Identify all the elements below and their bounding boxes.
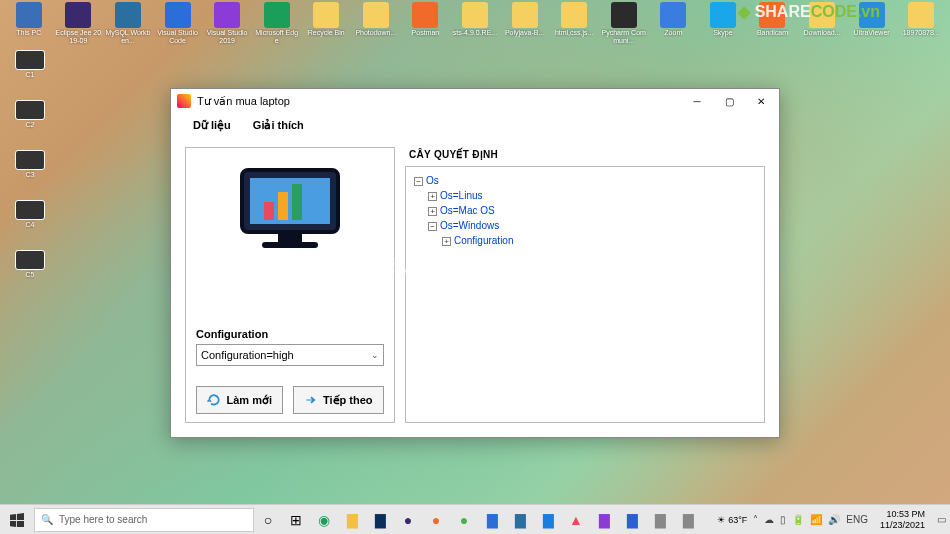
cortana-icon[interactable]: ○ [254, 505, 282, 534]
edge-icon[interactable]: ◉ [310, 505, 338, 534]
collapse-icon[interactable]: − [414, 177, 423, 186]
app-icon[interactable]: ▇ [646, 505, 674, 534]
tree-header: CÂY QUYẾT ĐỊNH [409, 149, 765, 160]
config-label: Configuration [196, 328, 268, 340]
desktop-icon[interactable]: This PC [6, 2, 52, 48]
rocket-icon[interactable]: ▲ [562, 505, 590, 534]
explorer-icon[interactable]: ▇ [338, 505, 366, 534]
battery-icon[interactable]: 🔋 [792, 514, 804, 525]
desktop-icon[interactable]: C5 [6, 250, 54, 296]
weather-widget[interactable]: ☀ 63°F [717, 515, 747, 525]
menu-explain[interactable]: Giải thích [253, 119, 304, 132]
monitor-illustration-icon [230, 166, 350, 261]
windows-icon [10, 513, 24, 527]
vscode-icon[interactable]: ▇ [478, 505, 506, 534]
desktop-icon[interactable]: Pycharm Communi... [601, 2, 647, 48]
tree-node[interactable]: +Os=Linus [428, 188, 756, 203]
wifi-icon[interactable]: 📶 [810, 514, 822, 525]
window-title: Tư vấn mua laptop [197, 95, 681, 108]
desktop-icon[interactable]: Recycle Bin [303, 2, 349, 48]
menubar: Dữ liệu Giải thích [171, 113, 779, 139]
taskbar: 🔍 Type here to search ○ ⊞ ◉ ▇ ▇ ● ● ● ▇ … [0, 504, 950, 534]
postman-icon[interactable]: ● [422, 505, 450, 534]
svg-rect-6 [262, 242, 318, 248]
decision-tree[interactable]: −Os +Os=Linus +Os=Mac OS −Os=Windows +Co… [405, 166, 765, 423]
svg-rect-4 [292, 184, 302, 220]
tray-chevron-icon[interactable]: ˄ [753, 514, 758, 525]
system-tray: ☀ 63°F ˄ ☁ ▯ 🔋 📶 🔊 ENG 10:53 PM 11/23/20… [713, 505, 950, 534]
expand-icon[interactable]: + [428, 207, 437, 216]
watermark-logo: ◆ SHARECODE.vn [738, 2, 880, 21]
eclipse-icon[interactable]: ● [394, 505, 422, 534]
config-dropdown[interactable]: Configuration=high ⌄ [196, 344, 384, 366]
titlebar[interactable]: Tư vấn mua laptop ─ ▢ ✕ [171, 89, 779, 113]
desktop-icon[interactable]: Eclipse Jee 2019-09 [56, 2, 102, 48]
svg-rect-2 [264, 202, 274, 220]
volume-icon[interactable]: 🔊 [828, 514, 840, 525]
svg-rect-1 [250, 178, 330, 224]
app-icon [177, 94, 191, 108]
app2-icon[interactable]: ▇ [674, 505, 702, 534]
expand-icon[interactable]: + [428, 192, 437, 201]
svg-rect-5 [278, 232, 302, 242]
sun-icon: ☀ [717, 515, 725, 525]
svg-rect-3 [278, 192, 288, 220]
panel-right: CÂY QUYẾT ĐỊNH −Os +Os=Linus +Os=Mac OS … [405, 147, 765, 423]
clock[interactable]: 10:53 PM 11/23/2021 [874, 509, 931, 531]
desktop-icon[interactable]: sts-4.9.0.RE... [452, 2, 498, 48]
notifications-icon[interactable]: ▭ [937, 514, 946, 525]
desktop-icon[interactable]: Zoom [651, 2, 697, 48]
dropdown-value: Configuration=high [201, 349, 294, 361]
desktop-icon[interactable]: html,css,js... [551, 2, 597, 48]
tree-node[interactable]: −Os=Windows [428, 218, 756, 233]
desktop-icon[interactable]: Microsoft Edge [254, 2, 300, 48]
app-window: Tư vấn mua laptop ─ ▢ ✕ Dữ liệu Giải thí… [170, 88, 780, 438]
search-icon: 🔍 [41, 514, 53, 525]
close-button[interactable]: ✕ [745, 90, 777, 112]
next-button[interactable]: Tiếp theo [293, 386, 384, 414]
menu-data[interactable]: Dữ liệu [193, 119, 231, 132]
expand-icon[interactable]: + [442, 237, 451, 246]
vs-icon[interactable]: ▇ [590, 505, 618, 534]
desktop-icon[interactable]: Polyjava-B... [502, 2, 548, 48]
word-icon[interactable]: ▇ [618, 505, 646, 534]
photoshop-icon[interactable]: ▇ [366, 505, 394, 534]
desktop-icon[interactable]: Photodown... [353, 2, 399, 48]
tree-node-root[interactable]: −Os [414, 173, 756, 188]
zalo-icon[interactable]: ▇ [534, 505, 562, 534]
desktop-icon[interactable]: Visual Studio 2019 [204, 2, 250, 48]
desktop-icon[interactable]: Visual Studio Code [155, 2, 201, 48]
pinned-apps: ◉ ▇ ▇ ● ● ● ▇ ▇ ▇ ▲ ▇ ▇ ▇ ▇ [310, 505, 702, 534]
desktop-icon[interactable]: 18970878... [898, 2, 944, 48]
search-placeholder: Type here to search [59, 514, 147, 525]
desktop-icon[interactable]: C1 [6, 50, 54, 96]
onedrive-icon[interactable]: ☁ [764, 514, 774, 525]
tree-node[interactable]: +Os=Mac OS [428, 203, 756, 218]
desktop-icon[interactable]: MySQL Workben... [105, 2, 151, 48]
minimize-button[interactable]: ─ [681, 90, 713, 112]
tree-node[interactable]: +Configuration [442, 233, 756, 248]
refresh-icon [207, 393, 221, 407]
desktop-icon[interactable]: C3 [6, 150, 54, 196]
lang-indicator[interactable]: ENG [846, 514, 868, 525]
task-view-icon[interactable]: ⊞ [282, 505, 310, 534]
desktop-icon[interactable]: C4 [6, 200, 54, 246]
search-input[interactable]: 🔍 Type here to search [34, 508, 254, 532]
desktop-icon[interactable]: Postman [403, 2, 449, 48]
sts-icon[interactable]: ● [450, 505, 478, 534]
collapse-icon[interactable]: − [428, 222, 437, 231]
mysql-icon[interactable]: ▇ [506, 505, 534, 534]
tray-icon[interactable]: ▯ [780, 514, 786, 525]
arrow-right-icon [304, 393, 318, 407]
chevron-down-icon: ⌄ [371, 350, 379, 360]
start-button[interactable] [0, 505, 34, 534]
desktop-icon[interactable]: C2 [6, 100, 54, 146]
panel-left: Configuration Configuration=high ⌄ Làm m… [185, 147, 395, 423]
refresh-button[interactable]: Làm mới [196, 386, 283, 414]
maximize-button[interactable]: ▢ [713, 90, 745, 112]
